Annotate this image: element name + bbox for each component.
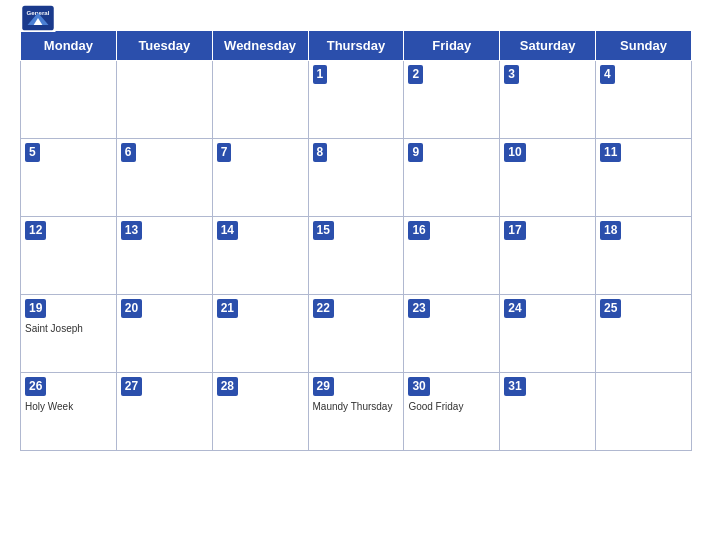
day-number: 22 bbox=[313, 299, 334, 318]
calendar-cell: 9 bbox=[404, 139, 500, 217]
calendar-cell: 30Good Friday bbox=[404, 373, 500, 451]
weekday-header-friday: Friday bbox=[404, 31, 500, 61]
calendar-week-5: 26Holy Week272829Maundy Thursday30Good F… bbox=[21, 373, 692, 451]
day-number: 15 bbox=[313, 221, 334, 240]
calendar-cell: 4 bbox=[596, 61, 692, 139]
calendar-cell: 14 bbox=[212, 217, 308, 295]
day-number: 10 bbox=[504, 143, 525, 162]
calendar-cell: 22 bbox=[308, 295, 404, 373]
calendar-week-4: 19Saint Joseph202122232425 bbox=[21, 295, 692, 373]
day-number: 19 bbox=[25, 299, 46, 318]
calendar-cell: 24 bbox=[500, 295, 596, 373]
calendar-cell: 26Holy Week bbox=[21, 373, 117, 451]
calendar-header-row: MondayTuesdayWednesdayThursdayFridaySatu… bbox=[21, 31, 692, 61]
calendar-week-2: 567891011 bbox=[21, 139, 692, 217]
weekday-header-monday: Monday bbox=[21, 31, 117, 61]
calendar-cell: 19Saint Joseph bbox=[21, 295, 117, 373]
calendar-cell: 13 bbox=[116, 217, 212, 295]
calendar-cell: 5 bbox=[21, 139, 117, 217]
day-number: 18 bbox=[600, 221, 621, 240]
day-number: 11 bbox=[600, 143, 621, 162]
day-number: 13 bbox=[121, 221, 142, 240]
calendar-cell: 12 bbox=[21, 217, 117, 295]
day-number: 2 bbox=[408, 65, 423, 84]
calendar-cell: 23 bbox=[404, 295, 500, 373]
calendar-week-3: 12131415161718 bbox=[21, 217, 692, 295]
calendar-cell bbox=[116, 61, 212, 139]
calendar-cell: 18 bbox=[596, 217, 692, 295]
holiday-label: Holy Week bbox=[25, 400, 112, 413]
calendar-cell: 17 bbox=[500, 217, 596, 295]
day-number: 7 bbox=[217, 143, 232, 162]
calendar-cell: 31 bbox=[500, 373, 596, 451]
weekday-header-row: MondayTuesdayWednesdayThursdayFridaySatu… bbox=[21, 31, 692, 61]
calendar-cell: 2 bbox=[404, 61, 500, 139]
calendar-cell: 11 bbox=[596, 139, 692, 217]
day-number: 27 bbox=[121, 377, 142, 396]
logo: General bbox=[20, 4, 56, 32]
day-number: 9 bbox=[408, 143, 423, 162]
calendar-cell: 27 bbox=[116, 373, 212, 451]
day-number: 25 bbox=[600, 299, 621, 318]
calendar-cell bbox=[596, 373, 692, 451]
weekday-header-saturday: Saturday bbox=[500, 31, 596, 61]
day-number: 8 bbox=[313, 143, 328, 162]
calendar-cell: 25 bbox=[596, 295, 692, 373]
calendar-header: General bbox=[20, 10, 692, 22]
day-number: 29 bbox=[313, 377, 334, 396]
day-number: 23 bbox=[408, 299, 429, 318]
calendar-week-1: 1234 bbox=[21, 61, 692, 139]
day-number: 24 bbox=[504, 299, 525, 318]
day-number: 30 bbox=[408, 377, 429, 396]
calendar-cell: 6 bbox=[116, 139, 212, 217]
calendar-table: MondayTuesdayWednesdayThursdayFridaySatu… bbox=[20, 30, 692, 451]
weekday-header-wednesday: Wednesday bbox=[212, 31, 308, 61]
day-number: 3 bbox=[504, 65, 519, 84]
day-number: 6 bbox=[121, 143, 136, 162]
day-number: 4 bbox=[600, 65, 615, 84]
day-number: 14 bbox=[217, 221, 238, 240]
weekday-header-tuesday: Tuesday bbox=[116, 31, 212, 61]
holiday-label: Maundy Thursday bbox=[313, 400, 400, 413]
weekday-header-thursday: Thursday bbox=[308, 31, 404, 61]
day-number: 1 bbox=[313, 65, 328, 84]
calendar-cell: 3 bbox=[500, 61, 596, 139]
calendar-cell bbox=[21, 61, 117, 139]
day-number: 31 bbox=[504, 377, 525, 396]
day-number: 28 bbox=[217, 377, 238, 396]
holiday-label: Saint Joseph bbox=[25, 322, 112, 335]
calendar-cell: 8 bbox=[308, 139, 404, 217]
calendar-cell: 20 bbox=[116, 295, 212, 373]
day-number: 17 bbox=[504, 221, 525, 240]
calendar-body: 12345678910111213141516171819Saint Josep… bbox=[21, 61, 692, 451]
day-number: 21 bbox=[217, 299, 238, 318]
calendar-cell: 10 bbox=[500, 139, 596, 217]
calendar-cell: 16 bbox=[404, 217, 500, 295]
calendar-cell: 7 bbox=[212, 139, 308, 217]
day-number: 26 bbox=[25, 377, 46, 396]
day-number: 12 bbox=[25, 221, 46, 240]
calendar-cell bbox=[212, 61, 308, 139]
calendar-cell: 15 bbox=[308, 217, 404, 295]
day-number: 16 bbox=[408, 221, 429, 240]
day-number: 5 bbox=[25, 143, 40, 162]
calendar-cell: 1 bbox=[308, 61, 404, 139]
holiday-label: Good Friday bbox=[408, 400, 495, 413]
calendar-cell: 28 bbox=[212, 373, 308, 451]
weekday-header-sunday: Sunday bbox=[596, 31, 692, 61]
calendar-cell: 29Maundy Thursday bbox=[308, 373, 404, 451]
calendar-cell: 21 bbox=[212, 295, 308, 373]
day-number: 20 bbox=[121, 299, 142, 318]
